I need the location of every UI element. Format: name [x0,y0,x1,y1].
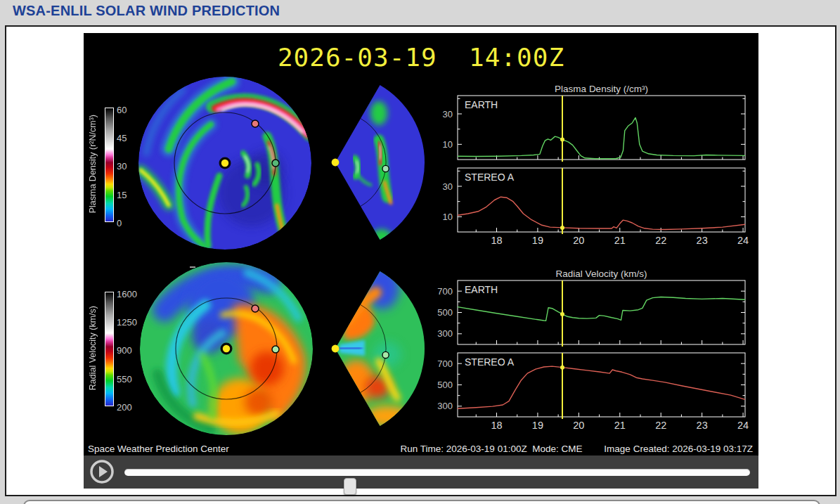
next-section-box [23,500,820,504]
svg-text:10: 10 [443,212,453,222]
timeline-slider-track[interactable] [124,469,750,476]
play-button[interactable] [89,458,115,485]
animation-controls [84,455,758,489]
svg-text:24: 24 [737,420,749,431]
svg-text:Radial Velocity (km/s): Radial Velocity (km/s) [556,269,647,279]
velocity-colorbar-tick: 200 [117,402,141,413]
svg-text:19: 19 [532,420,543,431]
velocity-timeseries-chart: Radial Velocity (km/s)300500700EARTH3005… [432,266,758,438]
density-colorbar-tick: 60 [117,105,141,115]
density-colorbar-tick: 30 [117,161,141,172]
svg-text:STEREO A: STEREO A [465,172,515,183]
earth-marker [382,351,389,358]
svg-text:300: 300 [437,328,453,339]
svg-text:700: 700 [437,286,453,297]
enlil-visualization-panel: 2026-03-19 14:00Z Plasma Density (r²N/cm… [84,33,758,455]
timeline-slider-thumb[interactable] [344,478,356,495]
svg-text:30: 30 [443,109,453,119]
svg-text:STEREO A: STEREO A [465,356,515,368]
velocity-colorbar-tick: 1250 [117,317,141,328]
footer-run-time: Run Time: 2026-03-19 01:00Z Mode: CME [351,444,632,454]
sun-marker [223,345,230,352]
svg-text:18: 18 [491,420,502,431]
density-colorbar [105,108,114,222]
svg-text:21: 21 [614,235,626,246]
density-colorbar-tick: 45 [117,133,141,143]
velocity-colorbar-tick: 550 [117,374,141,385]
svg-text:19: 19 [532,235,543,246]
velocity-colorbar [105,292,114,406]
footer-credit: Space Weather Prediction Center [88,444,229,454]
density-colorbar-label: Plasma Density (r²N/cm³) [86,104,99,224]
product-box: 2026-03-19 14:00Z Plasma Density (r²N/cm… [5,25,836,496]
stereo-a-marker [252,305,259,312]
density-colorbar-tick: 0 [117,218,141,228]
svg-text:18: 18 [491,235,502,246]
svg-text:24: 24 [737,235,749,246]
svg-text:23: 23 [697,235,708,246]
svg-text:EARTH: EARTH [465,99,498,110]
density-polar-map [138,77,311,250]
svg-text:22: 22 [655,235,666,246]
velocity-colorbar-tick: 900 [117,345,141,356]
stereo-a-marker [252,120,259,127]
svg-text:700: 700 [437,358,453,369]
earth-marker [382,165,389,172]
density-timeseries-chart: Plasma Density (/cm³)1030EARTH1030STEREO… [432,81,758,253]
sun-marker [332,345,340,353]
page-title: WSA-ENLIL SOLAR WIND PREDICTION [13,3,280,19]
velocity-colorbar-label: Radial Velocity (km/s) [86,288,99,408]
footer-image-created: Image Created: 2026-03-19 03:17Z [604,444,753,454]
svg-text:300: 300 [437,401,453,411]
svg-text:Plasma Density (/cm³): Plasma Density (/cm³) [555,84,648,94]
play-icon [99,466,108,477]
svg-text:EARTH: EARTH [465,284,498,295]
velocity-wedge-map [330,256,435,441]
svg-text:22: 22 [655,420,666,431]
svg-text:30: 30 [443,181,453,192]
svg-text:10: 10 [443,139,453,150]
density-colorbar-tick: 15 [117,190,141,200]
svg-text:500: 500 [437,380,453,390]
svg-text:21: 21 [614,420,626,431]
sun-marker [332,159,340,167]
svg-text:500: 500 [437,307,453,318]
svg-text:20: 20 [573,420,584,431]
svg-text:23: 23 [697,420,708,431]
earth-marker [272,346,279,353]
density-wedge-map [330,70,435,255]
svg-text:20: 20 [573,235,584,246]
earth-marker [272,160,279,167]
velocity-colorbar-tick: 1600 [117,289,141,299]
sun-marker [221,160,228,167]
velocity-polar-map [140,262,313,435]
frame-timestamp: 2026-03-19 14:00Z [84,43,758,72]
